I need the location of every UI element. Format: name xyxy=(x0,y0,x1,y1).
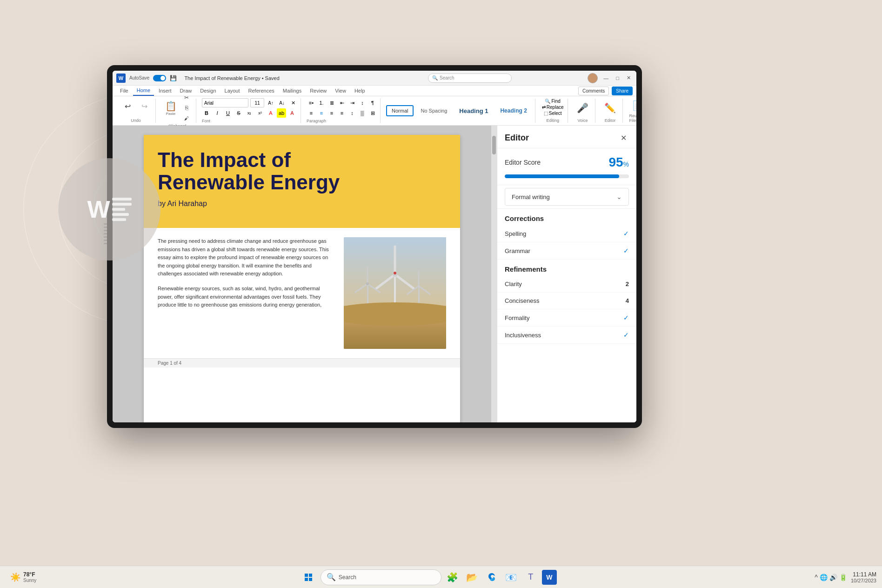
taskbar-app-widgets[interactable]: 🧩 xyxy=(444,569,461,586)
multilevel-button[interactable]: ≣ xyxy=(327,98,336,107)
taskbar-app-explorer[interactable]: 📂 xyxy=(464,569,481,586)
tab-help[interactable]: Help xyxy=(351,86,369,95)
weather-info: 78°F Sunny xyxy=(23,571,36,583)
avatar[interactable] xyxy=(588,73,598,83)
font-size-input[interactable] xyxy=(250,98,264,107)
font-grow-button[interactable]: A↑ xyxy=(266,98,275,107)
bold-button[interactable]: B xyxy=(202,108,211,118)
bullets-button[interactable]: ≡• xyxy=(307,98,316,107)
highlight-button[interactable]: ab xyxy=(277,108,286,118)
italic-button[interactable]: I xyxy=(213,108,222,118)
clock-date: 10/27/2023 xyxy=(851,578,876,583)
inclusiveness-item[interactable]: Inclusiveness ✓ xyxy=(497,327,636,344)
grammar-item[interactable]: Grammar ✓ xyxy=(497,242,636,260)
tab-mailings[interactable]: Mailings xyxy=(279,86,305,95)
taskbar-search[interactable]: 🔍 Search xyxy=(321,569,441,585)
conciseness-item[interactable]: Conciseness 4 xyxy=(497,293,636,309)
text-color-button[interactable]: A xyxy=(287,108,297,118)
tab-layout[interactable]: Layout xyxy=(221,86,244,95)
replace-button[interactable]: ⇄ Replace xyxy=(542,105,564,110)
replace-label: Replace xyxy=(547,105,564,110)
tab-file[interactable]: File xyxy=(116,86,132,95)
find-button[interactable]: 🔍 Find xyxy=(545,99,560,104)
start-button[interactable] xyxy=(299,568,318,587)
tab-design[interactable]: Design xyxy=(196,86,220,95)
redo-button[interactable]: ↪ xyxy=(137,99,152,114)
score-label: Editor Score xyxy=(505,159,541,166)
strikethrough-button[interactable]: S xyxy=(234,108,243,118)
undo-button[interactable]: ↩ xyxy=(120,99,135,114)
conciseness-label: Conciseness xyxy=(505,297,539,304)
line-spacing-button[interactable]: ↕ xyxy=(347,108,357,118)
font-group-label: Font xyxy=(202,119,298,123)
clarity-item[interactable]: Clarity 2 xyxy=(497,276,636,293)
superscript-button[interactable]: x² xyxy=(255,108,265,118)
style-no-spacing-button[interactable]: No Spacing xyxy=(415,106,452,116)
dictate-button[interactable]: 🎤 xyxy=(575,99,591,117)
underline-button[interactable]: U xyxy=(223,108,233,118)
system-clock[interactable]: 11:11 AM 10/27/2023 xyxy=(851,571,876,583)
maximize-button[interactable]: □ xyxy=(614,75,621,81)
tab-view[interactable]: View xyxy=(331,86,350,95)
decrease-indent-button[interactable]: ⇤ xyxy=(337,98,347,107)
scroll-thumb[interactable] xyxy=(492,136,496,154)
editor-ribbon-button[interactable]: ✏️ xyxy=(602,99,619,117)
copy-button[interactable]: ⎘ xyxy=(181,103,192,113)
formality-item[interactable]: Formality ✓ xyxy=(497,309,636,327)
title-line2: Renewable Energy xyxy=(158,171,340,194)
autosave-toggle[interactable] xyxy=(153,75,166,81)
borders-button[interactable]: ⊞ xyxy=(368,108,377,118)
font-name-input[interactable] xyxy=(202,98,248,107)
tab-review[interactable]: Review xyxy=(306,86,330,95)
windmill-svg xyxy=(344,237,446,349)
tab-references[interactable]: References xyxy=(245,86,278,95)
tab-home[interactable]: Home xyxy=(133,86,154,96)
volume-icon[interactable]: 🔊 xyxy=(829,574,837,581)
show-formatting-button[interactable]: ¶ xyxy=(368,98,377,107)
reuse-files-button[interactable]: 📄 xyxy=(629,99,636,113)
sort-button[interactable]: ↕ xyxy=(358,98,367,107)
paste-button[interactable]: 📋 Paste xyxy=(162,99,179,117)
network-icon[interactable]: 🌐 xyxy=(820,574,828,581)
chevron-up-icon[interactable]: ^ xyxy=(815,574,818,581)
formal-writing-dropdown[interactable]: Formal writing ⌄ xyxy=(505,188,629,206)
taskbar-app-edge[interactable] xyxy=(483,569,500,586)
word-app-icon: W xyxy=(58,158,160,261)
comments-button[interactable]: Comments xyxy=(578,87,609,95)
taskbar-app-mail[interactable]: 📧 xyxy=(503,569,520,586)
align-center-button[interactable]: ≡ xyxy=(317,108,326,118)
justify-button[interactable]: ≡ xyxy=(337,108,347,118)
font-color-button[interactable]: A xyxy=(266,108,275,118)
windows-icon xyxy=(304,573,313,581)
clear-format-button[interactable]: ✕ xyxy=(288,98,298,107)
scrollbar[interactable] xyxy=(491,126,497,422)
style-heading2-button[interactable]: Heading 2 xyxy=(495,105,532,116)
battery-icon[interactable]: 🔋 xyxy=(839,574,847,581)
style-normal-button[interactable]: Normal xyxy=(386,105,414,116)
shading-button[interactable]: ▒ xyxy=(358,108,367,118)
title-search-bar[interactable]: 🔍 Search xyxy=(428,74,512,83)
weather-widget[interactable]: ☀️ 78°F Sunny xyxy=(6,569,41,585)
spelling-item[interactable]: Spelling ✓ xyxy=(497,225,636,242)
format-painter-button[interactable]: 🖌 xyxy=(181,114,192,123)
close-window-button[interactable]: ✕ xyxy=(625,75,633,81)
subscript-button[interactable]: x₂ xyxy=(245,108,254,118)
align-right-button[interactable]: ≡ xyxy=(327,108,336,118)
editor-close-button[interactable]: ✕ xyxy=(618,132,629,143)
style-heading1-button[interactable]: Heading 1 xyxy=(454,105,493,117)
increase-indent-button[interactable]: ⇥ xyxy=(347,98,357,107)
weather-temp: 78°F xyxy=(23,571,36,578)
font-shrink-button[interactable]: A↓ xyxy=(277,98,287,107)
select-button[interactable]: ⬚ Select xyxy=(544,111,562,116)
align-left-button[interactable]: ≡ xyxy=(307,108,316,118)
numbering-button[interactable]: 1. xyxy=(317,98,326,107)
taskbar-app-word[interactable]: W xyxy=(542,570,557,585)
svg-rect-19 xyxy=(309,574,312,577)
find-label: Find xyxy=(551,99,560,104)
word-doc-decoration xyxy=(112,198,132,221)
share-button[interactable]: Share xyxy=(612,87,633,95)
taskbar-app-teams[interactable]: T xyxy=(522,569,539,586)
minimize-button[interactable]: — xyxy=(601,75,610,81)
wind-turbine-image xyxy=(344,237,446,349)
cut-button[interactable]: ✂ xyxy=(181,93,192,102)
